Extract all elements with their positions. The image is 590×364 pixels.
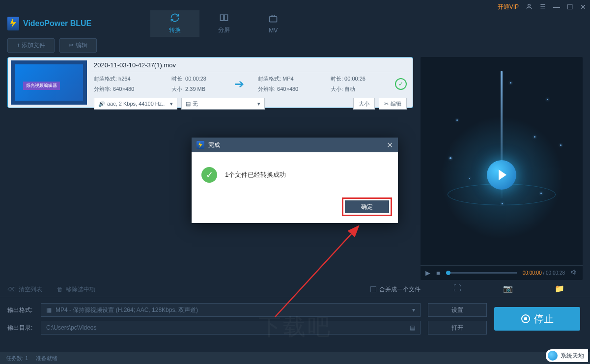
- task-count: 任务数: 1: [6, 355, 28, 362]
- svg-rect-5: [225, 15, 228, 21]
- remove-selected-button[interactable]: 🗑移除选中项: [57, 285, 95, 294]
- dst-size: 大小: 自动: [331, 85, 385, 93]
- preview-tools: ⛶ 📷 📁: [428, 280, 590, 297]
- arrow-right-icon: ➔: [229, 77, 249, 91]
- trash-icon: 🗑: [57, 286, 63, 293]
- open-button[interactable]: 打开: [428, 321, 487, 335]
- tab-mv[interactable]: MV: [249, 10, 298, 37]
- app-logo: VideoPower BLUE: [7, 17, 91, 30]
- svg-rect-4: [221, 15, 224, 21]
- scissors-icon: ✂: [384, 101, 389, 107]
- crop-icon[interactable]: ⛶: [453, 284, 461, 293]
- edit-button[interactable]: ✂ 编辑: [59, 38, 96, 53]
- src-size: 大小: 2.39 MB: [171, 85, 225, 93]
- dialog-message: 1个文件已经转换成功: [225, 170, 286, 179]
- main-tabs: 转换 分屏 MV: [150, 10, 298, 37]
- app-name: VideoPower BLUE: [23, 19, 91, 28]
- stop-button[interactable]: 停止: [494, 307, 580, 331]
- toolbar: + 添加文件 ✂ 编辑: [0, 36, 590, 54]
- item-edit-button[interactable]: ✂编辑: [379, 98, 407, 110]
- src-format: 封装格式: h264: [94, 75, 168, 83]
- output-folder-label: 输出目录:: [7, 324, 36, 332]
- audio-track-select[interactable]: 🔊aac, 2 Kbps, 44100 Hz..▾: [94, 98, 177, 110]
- dialog-app-icon: [197, 141, 204, 149]
- preview-controls: ▶ ■ 00:00:00 / 00:00:28: [421, 265, 583, 280]
- preview-panel: ▶ ■ 00:00:00 / 00:00:28: [421, 57, 583, 280]
- stop-preview-button[interactable]: ■: [436, 269, 440, 277]
- file-card[interactable]: 烁光视频编辑器 2020-11-03-10-42-37(1).mov 封装格式:…: [7, 57, 413, 108]
- ok-button-highlight: 确定: [342, 197, 392, 216]
- tab-split[interactable]: 分屏: [199, 10, 249, 37]
- refresh-icon: [170, 13, 180, 25]
- settings-button[interactable]: 设置: [428, 303, 487, 317]
- subtitle-select[interactable]: ▤无▾: [181, 98, 265, 110]
- dst-duration: 时长: 00:00:26: [331, 75, 385, 83]
- chevron-down-icon: ▾: [170, 101, 173, 107]
- dialog-title: 完成: [208, 141, 220, 149]
- broom-icon: ⌫: [7, 286, 16, 293]
- output-folder-select[interactable]: C:\Users\pc\Videos ▤: [41, 321, 421, 335]
- size-button[interactable]: 大小: [353, 98, 375, 110]
- status-bar: 任务数: 1 准备就绪 转换完: [0, 352, 590, 364]
- dst-resolution: 分辨率: 640×480: [258, 85, 327, 93]
- add-file-button[interactable]: + 添加文件: [7, 38, 55, 53]
- tab-convert[interactable]: 转换: [150, 10, 199, 37]
- tv-icon: [268, 14, 278, 26]
- badge-text: 系统天地: [561, 352, 584, 360]
- badge-globe-icon: [548, 351, 558, 361]
- open-folder-icon[interactable]: 📁: [555, 284, 564, 293]
- chevron-down-icon: ▾: [257, 101, 260, 107]
- status-text: 准备就绪: [36, 355, 57, 362]
- svg-point-0: [528, 4, 531, 6]
- output-format-select[interactable]: ▦ MP4 - 保持源视频设置 (H.264; AAC, 128Kbps, 双声…: [41, 303, 421, 317]
- chevron-down-icon: ▾: [412, 307, 415, 313]
- dialog-check-icon: ✓: [201, 167, 217, 183]
- split-icon: [219, 13, 229, 25]
- success-check-icon: ✓: [395, 78, 407, 90]
- app-header: VideoPower BLUE 转换 分屏 MV: [0, 14, 590, 33]
- speaker-icon: 🔊: [98, 101, 105, 107]
- stop-icon: [521, 314, 530, 323]
- menu-icon[interactable]: [539, 3, 546, 11]
- video-icon: ▦: [46, 307, 52, 313]
- play-button[interactable]: ▶: [425, 269, 430, 277]
- seek-slider[interactable]: [446, 272, 517, 274]
- clear-list-button[interactable]: ⌫清空列表: [7, 285, 42, 294]
- svg-marker-7: [572, 270, 574, 274]
- dialog-ok-button[interactable]: 确定: [345, 200, 389, 213]
- logo-icon: [7, 17, 19, 30]
- merge-checkbox[interactable]: 合并成一个文件: [370, 285, 421, 294]
- svg-rect-6: [270, 16, 277, 22]
- subtitle-icon: ▤: [186, 101, 191, 107]
- list-footer: ⌫清空列表 🗑移除选中项 合并成一个文件: [0, 282, 428, 297]
- preview-canvas[interactable]: [421, 57, 583, 265]
- close-button[interactable]: ✕: [580, 3, 586, 11]
- vip-link[interactable]: 开通VIP: [498, 3, 519, 11]
- play-orb[interactable]: [487, 160, 516, 190]
- site-badge: 系统天地: [546, 349, 588, 362]
- snapshot-icon[interactable]: 📷: [503, 284, 513, 293]
- dialog-close-button[interactable]: ✕: [387, 140, 393, 150]
- file-thumbnail[interactable]: 烁光视频编辑器: [11, 60, 87, 105]
- file-name: 2020-11-03-10-42-37(1).mov: [91, 60, 410, 70]
- play-icon: [499, 169, 506, 180]
- thumb-watermark: 烁光视频编辑器: [23, 82, 60, 90]
- user-icon[interactable]: [526, 3, 533, 11]
- src-resolution: 分辨率: 640×480: [94, 85, 168, 93]
- output-section: 输出格式: ▦ MP4 - 保持源视频设置 (H.264; AAC, 128Kb…: [0, 297, 590, 340]
- minimize-button[interactable]: —: [553, 3, 560, 11]
- dialog-titlebar: 完成 ✕: [192, 138, 398, 152]
- dst-format: 封装格式: MP4: [258, 75, 327, 83]
- browse-icon: ▤: [410, 324, 415, 331]
- output-format-label: 输出格式:: [7, 306, 36, 314]
- maximize-button[interactable]: ☐: [567, 3, 573, 11]
- src-duration: 时长: 00:00:28: [171, 75, 225, 83]
- time-display: 00:00:00 / 00:00:28: [523, 270, 565, 276]
- volume-icon[interactable]: [571, 269, 578, 277]
- completion-dialog: 完成 ✕ ✓ 1个文件已经转换成功 确定: [192, 138, 398, 223]
